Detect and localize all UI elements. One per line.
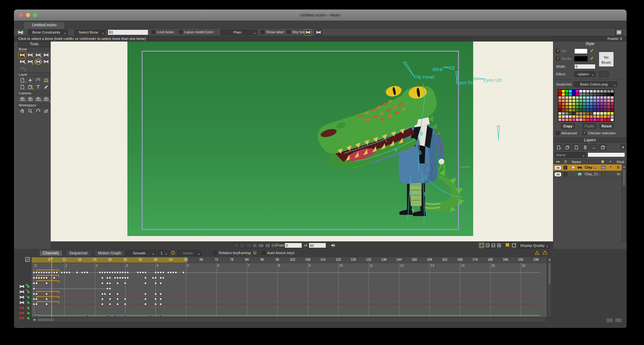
palette-swatch[interactable] — [569, 102, 572, 105]
play-button[interactable]: ▷ — [252, 242, 258, 248]
palette-swatch[interactable] — [607, 112, 610, 115]
keyframe[interactable] — [114, 314, 116, 316]
keyframe[interactable] — [119, 271, 121, 274]
palette-swatch[interactable] — [565, 115, 569, 118]
keyframe[interactable] — [114, 271, 116, 274]
collapse-layers-icon[interactable]: ▴ — [621, 144, 626, 150]
palette-swatch[interactable] — [583, 102, 586, 105]
keyframe[interactable] — [33, 277, 35, 279]
palette-swatch[interactable] — [558, 118, 562, 121]
workspace-layout-icon[interactable] — [615, 29, 623, 35]
palette-swatch[interactable] — [562, 99, 565, 102]
palette-swatch[interactable] — [558, 109, 562, 112]
palette-swatch[interactable] — [565, 99, 569, 102]
keyframe[interactable] — [116, 277, 119, 279]
palette-swatch[interactable] — [583, 93, 586, 96]
bone-scale-channel-icon[interactable]: ↔ — [18, 295, 27, 300]
bone-rotation-channel-icon[interactable]: C — [18, 284, 27, 289]
pan-workspace-tool[interactable] — [18, 108, 26, 114]
playhead[interactable] — [51, 257, 52, 317]
keyframe[interactable] — [33, 287, 35, 290]
keyframe[interactable] — [142, 271, 144, 274]
bone-label-flip-head[interactable]: Flip Head — [414, 74, 434, 80]
keyframe[interactable] — [53, 271, 55, 274]
palette-swatch[interactable] — [600, 90, 603, 93]
keyframe[interactable] — [159, 298, 162, 300]
palette-swatch[interactable] — [562, 109, 565, 112]
palette-swatch[interactable] — [589, 118, 593, 121]
channel-enabled-dot[interactable] — [27, 302, 29, 304]
bone-dynamics-tool[interactable]: ✳ — [18, 65, 26, 72]
keyframe[interactable] — [162, 277, 164, 279]
keyframe[interactable] — [45, 293, 48, 295]
select-bone-dropdown[interactable]: Select Bone▼ — [74, 29, 106, 35]
keyframe[interactable] — [63, 271, 66, 274]
effect-options-button[interactable]: ... — [599, 71, 609, 77]
palette-swatch[interactable] — [589, 93, 593, 96]
palette-swatch[interactable] — [610, 90, 614, 93]
expand-timeline-icon[interactable] — [25, 257, 30, 262]
palette-swatch[interactable] — [579, 96, 583, 99]
advanced-checkbox[interactable]: Advanced — [556, 131, 577, 135]
palette-swatch[interactable] — [593, 102, 596, 105]
prev-keyframe-button[interactable]: |◁ — [240, 242, 245, 248]
lasso-mode-checkbox[interactable]: Lasso mode — [179, 30, 204, 34]
keyframe[interactable] — [144, 293, 147, 295]
palette-swatch[interactable] — [607, 105, 610, 109]
delete-layer-button[interactable] — [581, 144, 589, 150]
layer-color-swatch[interactable] — [601, 166, 605, 169]
palette-swatch[interactable] — [572, 115, 576, 118]
layer-filter-input[interactable] — [588, 152, 625, 157]
reference-layer-button[interactable] — [599, 144, 607, 150]
keyframe[interactable] — [83, 271, 86, 274]
layer-visible-icon[interactable] — [554, 172, 562, 177]
layers-scrollbar[interactable]: ▲ — [622, 164, 626, 241]
step-back-button[interactable]: ◁◁ — [246, 242, 251, 248]
timeline-tab-sequencer[interactable]: Sequencer — [66, 250, 91, 256]
palette-swatch[interactable] — [589, 105, 593, 109]
palette-swatch[interactable] — [576, 93, 579, 96]
keyframe[interactable] — [45, 271, 48, 274]
speaker-icon[interactable] — [330, 243, 336, 248]
interpolation-dropdown[interactable]: Smooth▼ — [126, 250, 156, 256]
resize-grip-2[interactable] — [606, 318, 613, 323]
keyframe[interactable] — [109, 303, 111, 305]
keyframe[interactable] — [104, 271, 106, 274]
palette-swatch[interactable] — [583, 96, 586, 99]
keyframe[interactable] — [109, 293, 111, 295]
palette-swatch[interactable] — [593, 93, 596, 96]
palette-swatch[interactable] — [589, 115, 593, 118]
fill-eyedropper-icon[interactable] — [589, 48, 594, 53]
palette-swatch[interactable] — [607, 96, 610, 99]
palette-swatch[interactable] — [603, 105, 607, 109]
layer-filter-dropdown[interactable]: Name contains...▼ — [555, 152, 586, 158]
keyframe[interactable] — [116, 303, 119, 305]
keyframe[interactable] — [172, 271, 175, 274]
manipulate-bones-tool[interactable] — [34, 58, 42, 65]
rewind-button[interactable]: ○◁ — [233, 242, 239, 248]
keyframe[interactable] — [109, 287, 111, 290]
palette-swatch[interactable] — [569, 90, 572, 93]
name-column-header[interactable]: Name — [572, 160, 581, 164]
palette-swatch[interactable] — [600, 96, 603, 99]
palette-swatch[interactable] — [586, 102, 589, 105]
palette-swatch[interactable] — [565, 102, 569, 105]
expand-layer-icon[interactable]: ▶ — [572, 165, 575, 169]
palette-swatch[interactable] — [572, 102, 576, 105]
timeline-ruler[interactable]: 6121824303642485460667278849096102108114… — [32, 257, 547, 263]
selected-bone-rotation-channel-icon[interactable]: C — [18, 305, 27, 310]
keyframe[interactable] — [144, 303, 147, 305]
keyframe[interactable] — [76, 271, 78, 274]
new-layer-button[interactable]: + — [555, 144, 562, 150]
palette-swatch[interactable] — [576, 118, 579, 121]
palette-swatch[interactable] — [596, 112, 600, 115]
palette-swatch[interactable] — [572, 109, 576, 112]
stroke-checkbox[interactable]: Stroke — [556, 57, 572, 61]
palette-swatch[interactable] — [607, 90, 610, 93]
keyframe[interactable] — [86, 271, 88, 274]
bone-label-blink[interactable]: Blink — [433, 67, 443, 72]
keyframe[interactable] — [114, 277, 116, 279]
layer-color-swatch[interactable] — [601, 172, 605, 176]
palette-swatch[interactable] — [607, 93, 610, 96]
palette-swatch[interactable] — [600, 105, 603, 109]
